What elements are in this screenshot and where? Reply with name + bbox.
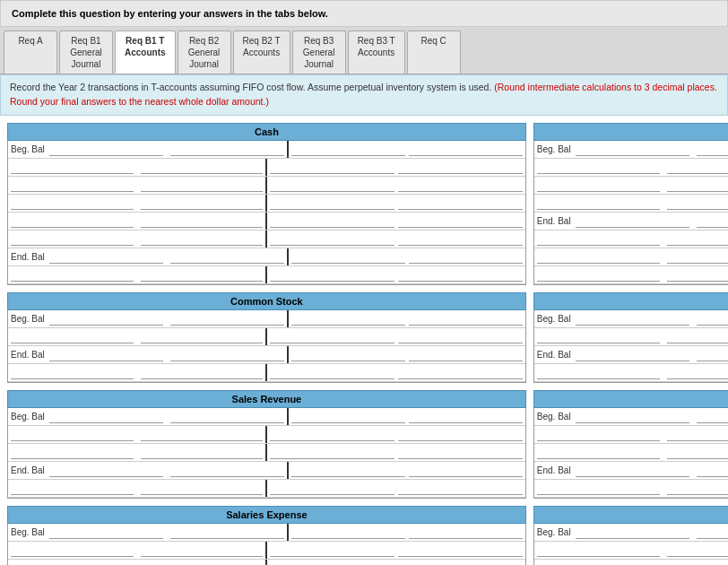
cs-end-r2[interactable]	[409, 348, 523, 361]
re-r4-l2[interactable]	[667, 366, 728, 379]
cash-r3-l1[interactable]	[11, 178, 134, 192]
cash-beg-bal-left-input[interactable]	[49, 143, 163, 156]
sr-end-r2[interactable]	[409, 464, 523, 477]
sr-r5-r1[interactable]	[270, 482, 394, 495]
re-r2-l2[interactable]	[667, 330, 728, 343]
se-r3-l1[interactable]	[11, 561, 134, 566]
cash-r6-l2[interactable]	[141, 232, 264, 246]
re-beg-l2[interactable]	[697, 312, 728, 326]
cash-rx-l2[interactable]	[141, 268, 264, 282]
cash-rx-l1[interactable]	[11, 268, 134, 282]
cogs-r3-l2[interactable]	[667, 446, 728, 459]
cash-beg-bal-right-input2[interactable]	[409, 143, 523, 156]
re-r2-l1[interactable]	[537, 330, 660, 343]
merch-r7-l2[interactable]	[667, 250, 728, 264]
cash-end-l1[interactable]	[49, 250, 163, 264]
cogs-r5-l1[interactable]	[537, 482, 660, 495]
cash-r3-l2[interactable]	[141, 178, 264, 192]
cash-r4-l1[interactable]	[11, 196, 134, 210]
sr-r2-l1[interactable]	[11, 428, 134, 441]
sr-beg-r2[interactable]	[409, 410, 523, 423]
sr-end-l1[interactable]	[49, 464, 163, 477]
cash-r3-r1[interactable]	[270, 178, 394, 192]
ite-r3-l1[interactable]	[537, 561, 660, 566]
cs-beg-l2[interactable]	[170, 312, 284, 326]
merch-r6-l2[interactable]	[667, 232, 728, 246]
merch-r4-l1[interactable]	[537, 196, 660, 210]
cash-r3-r2[interactable]	[398, 178, 523, 192]
re-r4-l1[interactable]	[537, 366, 660, 379]
cogs-end-l1[interactable]	[576, 464, 689, 477]
merch-end-l2[interactable]	[697, 214, 728, 228]
cash-rx-r1[interactable]	[270, 268, 394, 282]
cash-r5-l1[interactable]	[11, 214, 134, 228]
cogs-end-l2[interactable]	[697, 464, 728, 477]
merch-r7-l1[interactable]	[537, 250, 660, 264]
cogs-r3-l1[interactable]	[537, 446, 660, 459]
merch-r6-l1[interactable]	[537, 232, 660, 246]
cash-end-r1[interactable]	[291, 250, 405, 264]
ite-beg-l2[interactable]	[697, 526, 728, 539]
se-r3-l2[interactable]	[141, 561, 264, 566]
se-r2-r1[interactable]	[270, 543, 394, 557]
cash-r2-l2[interactable]	[141, 161, 264, 174]
merch-beg-l1[interactable]	[576, 143, 689, 156]
sr-r2-l2[interactable]	[141, 428, 264, 441]
merch-r8-l2[interactable]	[667, 268, 728, 282]
se-beg-r1[interactable]	[291, 526, 405, 539]
cogs-r2-l2[interactable]	[667, 428, 728, 441]
cs-beg-r2[interactable]	[409, 312, 523, 326]
sr-r3-l1[interactable]	[11, 446, 134, 459]
cs-r4-l1[interactable]	[11, 366, 134, 379]
cs-r2-l2[interactable]	[141, 330, 264, 343]
tab-req-b2-general[interactable]: Req B2GeneralJournal	[178, 30, 231, 74]
cash-r5-r2[interactable]	[398, 214, 523, 228]
ite-r2-l2[interactable]	[667, 543, 728, 557]
se-r2-r2[interactable]	[398, 543, 523, 557]
sr-beg-l2[interactable]	[170, 410, 284, 423]
sr-r5-l2[interactable]	[141, 482, 264, 495]
cs-r2-r1[interactable]	[270, 330, 394, 343]
cash-r4-r2[interactable]	[398, 196, 523, 210]
tab-req-a[interactable]: Req A	[4, 30, 57, 74]
merch-r4-l2[interactable]	[667, 196, 728, 210]
cs-r2-l1[interactable]	[11, 330, 134, 343]
cash-r2-r1[interactable]	[270, 161, 394, 174]
tab-req-b2-t[interactable]: Req B2 TAccounts	[233, 30, 290, 74]
se-beg-r2[interactable]	[409, 526, 523, 539]
merch-r2-l1[interactable]	[537, 161, 660, 174]
cash-r2-r2[interactable]	[398, 161, 523, 174]
tab-req-b1-t[interactable]: Req B1 TAccounts	[115, 30, 176, 74]
se-r2-l2[interactable]	[141, 543, 264, 557]
cash-end-r2[interactable]	[409, 250, 523, 264]
cash-end-l2[interactable]	[170, 250, 284, 264]
merch-end-l1[interactable]	[576, 214, 689, 228]
merch-beg-l2[interactable]	[697, 143, 728, 156]
cash-r5-l2[interactable]	[141, 214, 264, 228]
merch-r3-l1[interactable]	[537, 178, 660, 192]
cs-r2-r2[interactable]	[398, 330, 523, 343]
ite-r3-l2[interactable]	[667, 561, 728, 566]
cash-r4-r1[interactable]	[270, 196, 394, 210]
cs-r4-r2[interactable]	[398, 366, 523, 379]
cash-r6-l1[interactable]	[11, 232, 134, 246]
cs-end-r1[interactable]	[291, 348, 405, 361]
sr-r3-r2[interactable]	[398, 446, 523, 459]
cs-end-l1[interactable]	[49, 348, 163, 361]
sr-end-r1[interactable]	[291, 464, 405, 477]
re-end-l1[interactable]	[576, 348, 689, 361]
re-beg-l1[interactable]	[576, 312, 689, 326]
cogs-beg-l2[interactable]	[697, 410, 728, 423]
cs-end-l2[interactable]	[170, 348, 284, 361]
tab-req-c[interactable]: Req C	[407, 30, 461, 74]
tab-req-b3-general[interactable]: Req B3GeneralJournal	[292, 30, 346, 74]
cash-r5-r1[interactable]	[270, 214, 394, 228]
sr-end-l2[interactable]	[170, 464, 284, 477]
cs-r4-l2[interactable]	[141, 366, 264, 379]
sr-beg-r1[interactable]	[291, 410, 405, 423]
se-beg-l1[interactable]	[49, 526, 163, 539]
cash-r6-r2[interactable]	[398, 232, 523, 246]
sr-r3-r1[interactable]	[270, 446, 394, 459]
sr-beg-l1[interactable]	[49, 410, 163, 423]
se-r2-l1[interactable]	[11, 543, 134, 557]
